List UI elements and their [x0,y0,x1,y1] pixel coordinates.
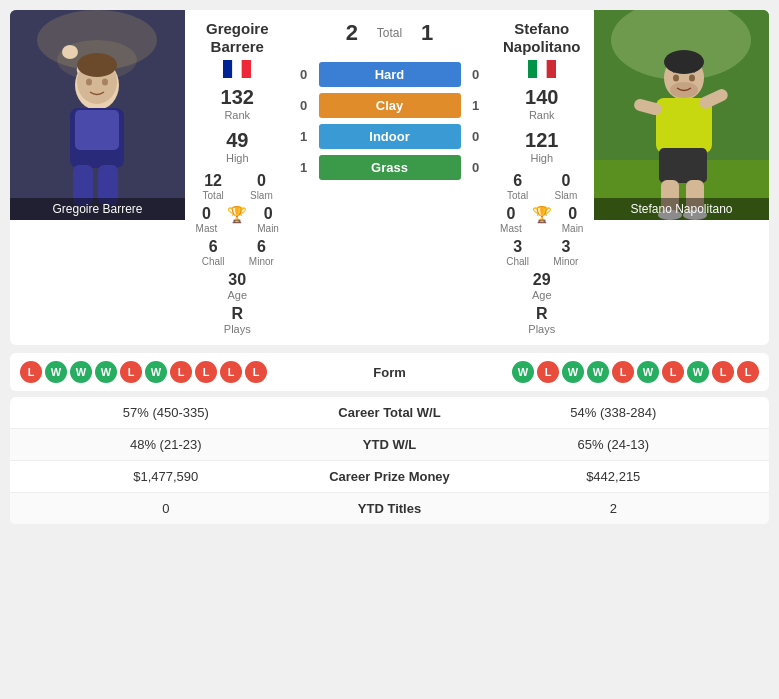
form-badge: W [637,361,659,383]
stats-table: 57% (450-335)Career Total W/L54% (338-28… [10,397,769,524]
form-badge: W [145,361,167,383]
right-plays-label: Plays [528,323,555,335]
right-high-label: High [530,152,553,164]
stats-row: 48% (21-23)YTD W/L65% (24-13) [10,429,769,461]
score-left: 2 [337,20,367,46]
form-section: LWWWLWLLLL Form WLWWLWLWLL [10,353,769,391]
grass-count-right: 0 [467,160,485,175]
right-age-label: Age [532,289,552,301]
left-trophy-row: 0 Mast 🏆 0 Main [193,205,282,234]
left-rank-value: 132 [221,86,254,109]
right-high: 121 High [498,129,587,164]
surface-row-hard: 0 Hard 0 [295,62,485,87]
stats-left-value: 0 [22,501,310,516]
right-age-value: 29 [533,271,551,289]
surface-row-indoor: 1 Indoor 0 [295,124,485,149]
score-right: 1 [412,20,442,46]
right-age: 29 Age [498,271,587,301]
main-container: Gregoire Barrere Gregoire Barrere 132 Ra… [0,0,779,534]
svg-point-35 [673,75,679,82]
svg-rect-9 [75,110,119,150]
left-plays: R Plays [193,305,282,335]
stats-center-label: Career Total W/L [310,405,470,420]
grass-count-left: 1 [295,160,313,175]
right-chall-minor: 3 Chall 3 Minor [498,238,587,267]
stats-row: 0YTD Titles2 [10,493,769,524]
form-badge: L [120,361,142,383]
italy-flag-icon [528,60,556,78]
form-badge: W [45,361,67,383]
left-main: 0 Main [255,205,282,234]
right-trophy-row: 0 Mast 🏆 0 Main [498,205,587,234]
right-rank-label: Rank [529,109,555,121]
stats-center-label: Career Prize Money [310,469,470,484]
form-badge: L [195,361,217,383]
form-badge: W [562,361,584,383]
form-badge: W [95,361,117,383]
right-main: 0 Main [559,205,586,234]
form-badge: L [170,361,192,383]
form-badge: L [245,361,267,383]
right-player-name: Stefano Napolitano [498,20,587,56]
left-player-caption: Gregoire Barrere [10,198,185,220]
left-chall: 6 Chall [193,238,233,267]
stats-center-label: YTD Titles [310,501,470,516]
form-badge: W [687,361,709,383]
middle-stats-panel: 2 Total 1 0 Hard 0 0 Clay 1 1 Indoor 0 [290,10,490,345]
right-chall: 3 Chall [498,238,538,267]
form-badge: L [712,361,734,383]
right-trophy: 🏆 [528,205,555,234]
svg-rect-18 [537,60,546,78]
right-player-stats: Stefano Napolitano 140 Rank 121 High [490,10,595,345]
right-player-flag [498,60,587,78]
stats-center-label: YTD W/L [310,437,470,452]
indoor-count-left: 1 [295,129,313,144]
surface-hard-btn[interactable]: Hard [319,62,461,87]
svg-point-25 [664,50,704,74]
indoor-count-right: 0 [467,129,485,144]
left-player-photo: Gregoire Barrere [10,10,185,220]
stats-left-value: $1,477,590 [22,469,310,484]
right-player-caption: Stefano Napolitano [594,198,769,220]
stats-row: 57% (450-335)Career Total W/L54% (338-28… [10,397,769,429]
right-form-badges: WLWWLWLWLL [440,361,760,383]
left-high-value: 49 [226,129,248,152]
stats-left-value: 48% (21-23) [22,437,310,452]
left-trophy: 🏆 [224,205,251,234]
surface-row-clay: 0 Clay 1 [295,93,485,118]
stats-row: $1,477,590Career Prize Money$442,215 [10,461,769,493]
clay-count-left: 0 [295,98,313,113]
left-player-name: Gregoire Barrere [193,20,282,56]
left-age: 30 Age [193,271,282,301]
left-age-label: Age [227,289,247,301]
stats-right-value: $442,215 [470,469,758,484]
left-stat-grid: 12 Total 0 Slam [193,172,282,201]
svg-rect-14 [223,60,232,78]
left-chall-minor: 6 Chall 6 Minor [193,238,282,267]
stats-right-value: 65% (24-13) [470,437,758,452]
left-rank: 132 Rank [193,86,282,121]
surface-row-grass: 1 Grass 0 [295,155,485,180]
left-slam: 0 Slam [241,172,281,201]
left-player-flag [193,60,282,78]
form-badge: W [70,361,92,383]
score-row: 2 Total 1 [295,20,485,46]
form-label: Form [350,365,430,380]
right-stat-grid: 6 Total 0 Slam [498,172,587,201]
stats-left-value: 57% (450-335) [22,405,310,420]
right-slam: 0 Slam [546,172,586,201]
surface-grass-btn[interactable]: Grass [319,155,461,180]
right-rank: 140 Rank [498,86,587,121]
svg-rect-17 [528,60,537,78]
france-flag-icon [223,60,251,78]
right-plays-value: R [536,305,548,323]
left-minor: 6 Minor [241,238,281,267]
surface-clay-btn[interactable]: Clay [319,93,461,118]
left-mast: 0 Mast [193,205,220,234]
player-comparison: Gregoire Barrere Gregoire Barrere 132 Ra… [10,10,769,345]
form-badge: L [737,361,759,383]
surface-indoor-btn[interactable]: Indoor [319,124,461,149]
right-player-photo: Stefano Napolitano [594,10,769,220]
svg-point-13 [102,79,108,86]
stats-right-value: 2 [470,501,758,516]
